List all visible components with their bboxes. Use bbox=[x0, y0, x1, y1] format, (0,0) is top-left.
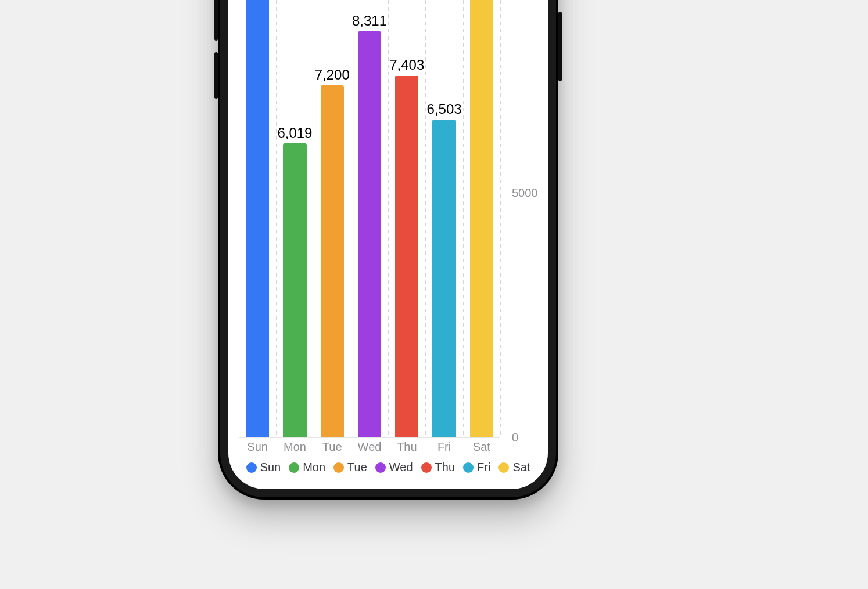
chart-legend: Sun Mon Tue Wed Thu Fri Sat bbox=[228, 461, 548, 474]
x-tick-label: Sun bbox=[247, 440, 268, 454]
grid-x bbox=[351, 0, 351, 437]
bar-value-label: 7,200 bbox=[314, 67, 351, 83]
legend-item-thu[interactable]: Thu bbox=[421, 461, 455, 474]
bar-thu[interactable]: 7,403 bbox=[395, 76, 418, 437]
chart-plot-area: 10,531 6,019 7,200 8,311 7,403 bbox=[239, 0, 500, 437]
phone-frame: 10,531 6,019 7,200 8,311 7,403 bbox=[218, 0, 558, 500]
x-tick-label: Thu bbox=[397, 440, 417, 454]
legend-item-fri[interactable]: Fri bbox=[463, 461, 490, 474]
volume-down-button[interactable] bbox=[214, 52, 218, 99]
bar-value-label: 8,311 bbox=[351, 13, 388, 29]
legend-item-wed[interactable]: Wed bbox=[375, 461, 413, 474]
legend-item-sat[interactable]: Sat bbox=[498, 461, 530, 474]
legend-label: Mon bbox=[303, 461, 325, 474]
grid-x bbox=[276, 0, 277, 437]
legend-item-mon[interactable]: Mon bbox=[289, 461, 325, 474]
legend-label: Fri bbox=[477, 461, 490, 474]
legend-swatch bbox=[246, 462, 257, 473]
legend-swatch bbox=[463, 462, 474, 473]
x-tick-label: Sat bbox=[473, 440, 490, 454]
x-axis: Sun Mon Tue Wed Thu Fri Sat bbox=[239, 440, 500, 458]
legend-item-sun[interactable]: Sun bbox=[246, 461, 281, 474]
legend-label: Sat bbox=[512, 461, 530, 474]
bar-sun[interactable]: 10,531 bbox=[246, 0, 269, 437]
legend-label: Wed bbox=[389, 461, 413, 474]
bar-tue[interactable]: 7,200 bbox=[321, 85, 344, 437]
bar-value-label: 7,403 bbox=[388, 57, 425, 73]
grid-y-0 bbox=[239, 437, 500, 438]
grid-x bbox=[500, 0, 501, 437]
bar-fri[interactable]: 6,503 bbox=[432, 120, 455, 437]
grid-x bbox=[239, 0, 239, 437]
legend-label: Sun bbox=[260, 461, 281, 474]
x-tick-label: Tue bbox=[322, 440, 342, 454]
power-button[interactable] bbox=[558, 12, 562, 81]
legend-swatch bbox=[375, 462, 386, 473]
volume-up-button[interactable] bbox=[214, 0, 218, 41]
phone-screen: 10,531 6,019 7,200 8,311 7,403 bbox=[228, 0, 548, 489]
legend-label: Thu bbox=[435, 461, 455, 474]
x-tick-label: Wed bbox=[358, 440, 382, 454]
x-tick-label: Mon bbox=[284, 440, 306, 454]
legend-item-tue[interactable]: Tue bbox=[333, 461, 367, 474]
bar-mon[interactable]: 6,019 bbox=[283, 143, 306, 437]
legend-swatch bbox=[498, 462, 509, 473]
bar-chart: 10,531 6,019 7,200 8,311 7,403 bbox=[228, 0, 548, 489]
grid-x bbox=[463, 0, 464, 437]
bar-sat[interactable]: 9,230 bbox=[470, 0, 493, 437]
grid-x bbox=[314, 0, 314, 437]
bar-wed[interactable]: 8,311 bbox=[358, 31, 381, 437]
legend-label: Tue bbox=[347, 461, 367, 474]
grid-x bbox=[425, 0, 426, 437]
y-tick-label: 5000 bbox=[512, 186, 538, 200]
y-tick-label: 0 bbox=[512, 431, 518, 444]
legend-swatch bbox=[289, 462, 299, 473]
legend-swatch bbox=[333, 462, 344, 473]
x-tick-label: Fri bbox=[437, 440, 451, 454]
legend-swatch bbox=[421, 462, 432, 473]
bar-value-label: 6,019 bbox=[276, 125, 313, 141]
bar-value-label: 6,503 bbox=[425, 101, 462, 117]
